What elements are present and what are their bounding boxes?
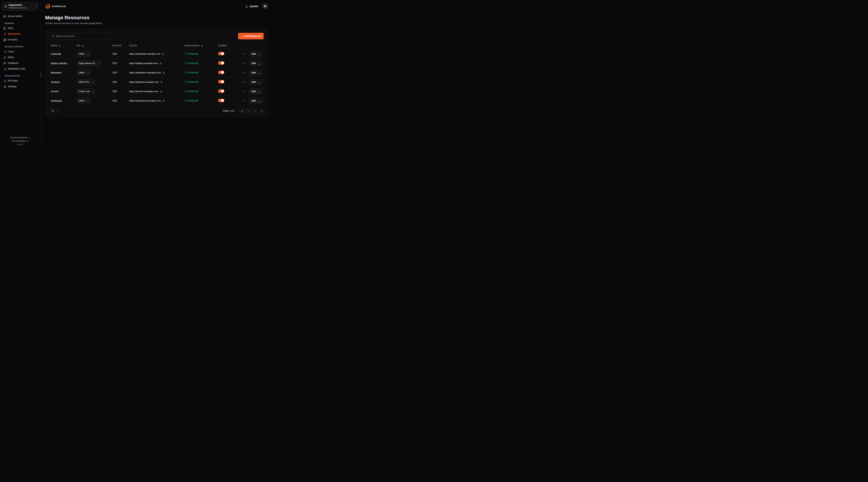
avatar-initial: M: [264, 5, 266, 8]
toggle-knob: [221, 62, 224, 64]
sidebar-item-roles[interactable]: Roles: [1, 55, 39, 60]
access-url: https://authentik.example.com: [129, 53, 160, 55]
theme-label: System: [250, 5, 258, 8]
auth-status-label: Protected: [188, 99, 198, 102]
pagination: Page 1 of 1: [223, 108, 264, 114]
enabled-toggle[interactable]: [218, 80, 224, 84]
auth-status-badge: Protected: [184, 99, 198, 102]
section-label-general: GENERAL: [1, 19, 39, 25]
sidebar-item-invitations[interactable]: Invitations: [1, 60, 39, 66]
sort-authentication-button[interactable]: [201, 44, 203, 47]
edit-button[interactable]: Edit: [249, 89, 262, 94]
enabled-toggle[interactable]: [218, 89, 224, 93]
next-page-button[interactable]: [252, 108, 257, 114]
row-menu-button[interactable]: ⋯: [242, 61, 247, 65]
site-name: Office: [79, 99, 85, 102]
toggle-knob: [221, 71, 224, 74]
roles-icon: [3, 56, 6, 59]
documentation-link[interactable]: Documentation: [1, 139, 39, 143]
community-edition-link[interactable]: Community Edition: [1, 136, 39, 139]
org-selector[interactable]: Organization milo@fossorial.io's ...: [2, 2, 39, 10]
sidebar-item-settings[interactable]: Settings: [1, 84, 39, 89]
site-link-button[interactable]: Office: [76, 98, 91, 103]
version-label: v1.7.0: [1, 143, 39, 146]
copy-url-button[interactable]: [162, 71, 165, 74]
site-link-button[interactable]: Edge Device 01: [76, 61, 101, 66]
table-row: Bitwarden Office TCP https://bitwarden.e…: [50, 68, 264, 77]
enabled-toggle[interactable]: [218, 71, 224, 74]
row-menu-button[interactable]: ⋯: [242, 80, 247, 84]
auth-status-badge: Protected: [184, 81, 198, 83]
enabled-toggle[interactable]: [218, 99, 224, 102]
last-page-button[interactable]: [258, 108, 264, 114]
page-size-select[interactable]: 20: [50, 108, 60, 114]
edit-button[interactable]: Edit: [249, 70, 262, 75]
row-menu-button[interactable]: ⋯: [242, 99, 247, 103]
theme-toggle[interactable]: System: [245, 5, 258, 8]
edit-label: Edit: [252, 99, 256, 102]
arrow-up-right-icon: [86, 53, 88, 55]
sidebar-item-shareable-links[interactable]: Shareable Links: [1, 66, 39, 72]
table-footer: 20 Page 1 of 1: [50, 105, 264, 115]
access-url: https://grafana.example.com: [129, 81, 159, 83]
edit-button[interactable]: Edit: [249, 51, 262, 57]
copy-url-button[interactable]: [162, 53, 164, 55]
edit-button[interactable]: Edit: [249, 98, 262, 103]
edit-button[interactable]: Edit: [249, 79, 262, 85]
edit-label: Edit: [252, 90, 256, 93]
sidebar-item-server-admin[interactable]: Server Admin: [1, 13, 39, 19]
table-row: Nextcloud Office TCP https://nextcloud.e…: [50, 96, 264, 105]
search-input[interactable]: [50, 33, 112, 39]
chevron-right-icon: [253, 110, 256, 112]
site-link-button[interactable]: Office: [76, 70, 91, 75]
site-link-button[interactable]: AWS VPC: [76, 79, 95, 85]
avatar[interactable]: M: [262, 3, 268, 9]
enabled-toggle[interactable]: [218, 52, 224, 55]
site-name: AWS VPC: [79, 81, 89, 83]
page-header: Manage Resources Create secure proxies t…: [41, 12, 272, 29]
sidebar-item-resources[interactable]: Resources: [1, 31, 39, 37]
sidebar-item-domains[interactable]: Domains: [1, 37, 39, 42]
arrow-right-icon: [257, 81, 260, 83]
site-name: Home Lab: [79, 90, 89, 93]
copy-icon: [160, 90, 162, 93]
key-icon: [3, 79, 6, 82]
copy-url-button[interactable]: [162, 100, 164, 102]
add-resource-button[interactable]: Add Resource: [238, 33, 264, 39]
copy-url-button[interactable]: [160, 90, 162, 93]
chevrons-right-icon: [260, 110, 262, 112]
edit-label: Edit: [252, 81, 256, 83]
sidebar-nav: Server Admin GENERAL Sites Resources Dom…: [0, 13, 41, 90]
sidebar-resize-handle[interactable]: [40, 72, 41, 77]
sort-site-button[interactable]: [82, 44, 84, 47]
brand-name: PANGOLIN: [52, 5, 66, 8]
sidebar-item-sites[interactable]: Sites: [1, 25, 39, 31]
shield-check-icon: [184, 99, 187, 102]
first-page-button[interactable]: [239, 108, 244, 114]
site-link-button[interactable]: Home Lab: [76, 89, 95, 94]
enabled-toggle[interactable]: [218, 61, 224, 65]
link-icon: [3, 67, 6, 70]
globe-icon: [3, 38, 6, 41]
sidebar-item-api-keys[interactable]: API Keys: [1, 78, 39, 84]
row-menu-button[interactable]: ⋯: [242, 70, 247, 75]
row-menu-button[interactable]: ⋯: [242, 52, 247, 56]
book-icon: [27, 140, 29, 142]
copy-url-button[interactable]: [159, 62, 162, 64]
page-title: Manage Resources: [45, 15, 268, 21]
org-selector-value: milo@fossorial.io's ...: [8, 7, 33, 9]
mail-icon: [3, 62, 6, 65]
edit-button[interactable]: Edit: [249, 61, 262, 66]
org-selector-label: Organization: [8, 4, 33, 7]
sidebar-footer: Community Edition Documentation v1.7.0: [0, 133, 41, 149]
sidebar-item-label: Roles: [8, 56, 14, 59]
sort-name-button[interactable]: [58, 44, 61, 47]
shield-check-icon: [184, 81, 187, 83]
brand[interactable]: PANGOLIN: [45, 4, 66, 9]
sidebar-item-label: Resources: [8, 32, 20, 35]
previous-page-button[interactable]: [245, 108, 250, 114]
row-menu-button[interactable]: ⋯: [242, 89, 247, 94]
copy-url-button[interactable]: [160, 81, 162, 83]
sidebar-item-users[interactable]: Users: [1, 49, 39, 55]
site-link-button[interactable]: Office: [76, 51, 91, 57]
